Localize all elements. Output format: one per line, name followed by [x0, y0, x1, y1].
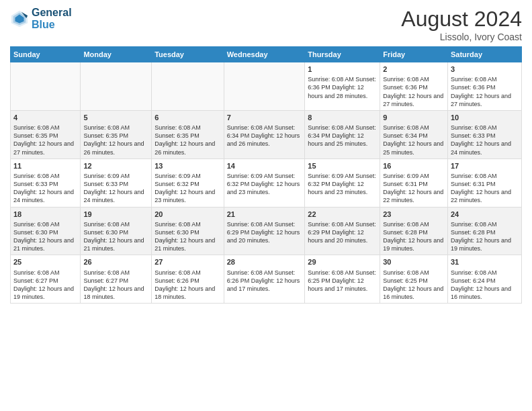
calendar-cell: 29Sunrise: 6:08 AM Sunset: 6:25 PM Dayli…: [305, 255, 380, 304]
calendar-cell: 18Sunrise: 6:08 AM Sunset: 6:30 PM Dayli…: [11, 207, 81, 255]
day-number: 27: [154, 257, 221, 267]
calendar-cell: 17Sunrise: 6:08 AM Sunset: 6:31 PM Dayli…: [447, 158, 521, 207]
cell-content: Sunrise: 6:08 AM Sunset: 6:36 PM Dayligh…: [451, 75, 519, 108]
cell-content: Sunrise: 6:08 AM Sunset: 6:26 PM Dayligh…: [154, 269, 221, 302]
day-number: 5: [83, 113, 148, 122]
day-number: 10: [451, 113, 519, 122]
day-number: 11: [13, 161, 77, 171]
cell-content: Sunrise: 6:09 AM Sunset: 6:33 PM Dayligh…: [83, 172, 148, 205]
day-number: 21: [227, 210, 302, 219]
day-number: 29: [308, 257, 377, 267]
day-number: 18: [13, 210, 77, 219]
day-number: 20: [154, 210, 221, 219]
cell-content: Sunrise: 6:08 AM Sunset: 6:29 PM Dayligh…: [227, 220, 302, 244]
calendar-cell: 28Sunrise: 6:08 AM Sunset: 6:26 PM Dayli…: [224, 255, 305, 304]
logo-text: General Blue: [32, 7, 72, 30]
day-number: 31: [451, 257, 519, 267]
day-number: 30: [383, 257, 445, 267]
cell-content: Sunrise: 6:08 AM Sunset: 6:27 PM Dayligh…: [83, 269, 148, 302]
week-row-4: 25Sunrise: 6:08 AM Sunset: 6:27 PM Dayli…: [11, 255, 522, 304]
week-row-1: 4Sunrise: 6:08 AM Sunset: 6:35 PM Daylig…: [11, 110, 522, 158]
calendar-cell: 20Sunrise: 6:08 AM Sunset: 6:30 PM Dayli…: [152, 207, 224, 255]
day-number: 13: [154, 161, 221, 171]
day-number: 3: [451, 64, 519, 74]
day-number: 19: [83, 210, 148, 219]
cell-content: Sunrise: 6:09 AM Sunset: 6:32 PM Dayligh…: [308, 172, 377, 196]
cell-content: Sunrise: 6:08 AM Sunset: 6:26 PM Dayligh…: [227, 269, 302, 293]
day-number: 24: [451, 210, 519, 219]
day-number: 7: [227, 113, 302, 122]
calendar-cell: 8Sunrise: 6:08 AM Sunset: 6:34 PM Daylig…: [305, 110, 380, 158]
day-number: 1: [308, 64, 377, 74]
calendar-cell: 7Sunrise: 6:08 AM Sunset: 6:34 PM Daylig…: [224, 110, 305, 158]
cell-content: Sunrise: 6:08 AM Sunset: 6:30 PM Dayligh…: [154, 220, 221, 253]
day-number: 17: [451, 161, 519, 171]
day-number: 15: [308, 161, 377, 171]
col-friday: Friday: [380, 47, 448, 62]
day-number: 6: [154, 113, 221, 122]
cell-content: Sunrise: 6:08 AM Sunset: 6:35 PM Dayligh…: [154, 124, 221, 156]
day-number: 9: [383, 113, 445, 122]
day-number: 23: [383, 210, 445, 219]
calendar-cell: 25Sunrise: 6:08 AM Sunset: 6:27 PM Dayli…: [11, 255, 81, 304]
cell-content: Sunrise: 6:08 AM Sunset: 6:29 PM Dayligh…: [308, 220, 377, 244]
cell-content: Sunrise: 6:08 AM Sunset: 6:28 PM Dayligh…: [383, 220, 445, 253]
calendar-cell: [81, 62, 152, 111]
day-number: 28: [227, 257, 302, 267]
day-number: 22: [308, 210, 377, 219]
calendar-cell: 19Sunrise: 6:08 AM Sunset: 6:30 PM Dayli…: [81, 207, 152, 255]
week-row-3: 18Sunrise: 6:08 AM Sunset: 6:30 PM Dayli…: [11, 207, 522, 255]
logo-icon: [10, 9, 29, 28]
calendar-cell: 26Sunrise: 6:08 AM Sunset: 6:27 PM Dayli…: [81, 255, 152, 304]
calendar-cell: 21Sunrise: 6:08 AM Sunset: 6:29 PM Dayli…: [224, 207, 305, 255]
calendar-cell: [224, 62, 305, 111]
header-row: Sunday Monday Tuesday Wednesday Thursday…: [11, 47, 522, 62]
calendar-cell: 16Sunrise: 6:09 AM Sunset: 6:31 PM Dayli…: [380, 158, 448, 207]
calendar-cell: 15Sunrise: 6:09 AM Sunset: 6:32 PM Dayli…: [305, 158, 380, 207]
col-saturday: Saturday: [447, 47, 521, 62]
calendar-cell: 12Sunrise: 6:09 AM Sunset: 6:33 PM Dayli…: [81, 158, 152, 207]
cell-content: Sunrise: 6:08 AM Sunset: 6:33 PM Dayligh…: [13, 172, 77, 205]
cell-content: Sunrise: 6:09 AM Sunset: 6:32 PM Dayligh…: [227, 172, 302, 196]
cell-content: Sunrise: 6:08 AM Sunset: 6:31 PM Dayligh…: [451, 172, 519, 205]
cell-content: Sunrise: 6:08 AM Sunset: 6:24 PM Dayligh…: [451, 269, 519, 302]
cell-content: Sunrise: 6:09 AM Sunset: 6:32 PM Dayligh…: [154, 172, 221, 205]
cell-content: Sunrise: 6:08 AM Sunset: 6:35 PM Dayligh…: [83, 124, 148, 156]
day-number: 14: [227, 161, 302, 171]
calendar-cell: 6Sunrise: 6:08 AM Sunset: 6:35 PM Daylig…: [152, 110, 224, 158]
cell-content: Sunrise: 6:08 AM Sunset: 6:30 PM Dayligh…: [13, 220, 77, 253]
week-row-2: 11Sunrise: 6:08 AM Sunset: 6:33 PM Dayli…: [11, 158, 522, 207]
calendar-cell: 27Sunrise: 6:08 AM Sunset: 6:26 PM Dayli…: [152, 255, 224, 304]
cell-content: Sunrise: 6:08 AM Sunset: 6:30 PM Dayligh…: [83, 220, 148, 253]
col-sunday: Sunday: [11, 47, 81, 62]
day-number: 25: [13, 257, 77, 267]
calendar-cell: 22Sunrise: 6:08 AM Sunset: 6:29 PM Dayli…: [305, 207, 380, 255]
cell-content: Sunrise: 6:08 AM Sunset: 6:34 PM Dayligh…: [227, 124, 302, 148]
calendar-cell: [11, 62, 81, 111]
subtitle: Lissolo, Ivory Coast: [401, 32, 522, 42]
cell-content: Sunrise: 6:08 AM Sunset: 6:36 PM Dayligh…: [308, 75, 377, 99]
cell-content: Sunrise: 6:08 AM Sunset: 6:27 PM Dayligh…: [13, 269, 77, 302]
day-number: 26: [83, 257, 148, 267]
calendar-cell: 5Sunrise: 6:08 AM Sunset: 6:35 PM Daylig…: [81, 110, 152, 158]
col-tuesday: Tuesday: [152, 47, 224, 62]
logo: General Blue: [10, 7, 72, 30]
day-number: 12: [83, 161, 148, 171]
cell-content: Sunrise: 6:08 AM Sunset: 6:25 PM Dayligh…: [383, 269, 445, 302]
calendar-cell: 13Sunrise: 6:09 AM Sunset: 6:32 PM Dayli…: [152, 158, 224, 207]
calendar-cell: 23Sunrise: 6:08 AM Sunset: 6:28 PM Dayli…: [380, 207, 448, 255]
day-number: 2: [383, 64, 445, 74]
calendar-cell: 4Sunrise: 6:08 AM Sunset: 6:35 PM Daylig…: [11, 110, 81, 158]
week-row-0: 1Sunrise: 6:08 AM Sunset: 6:36 PM Daylig…: [11, 62, 522, 111]
col-thursday: Thursday: [305, 47, 380, 62]
header: General Blue August 2024 Lissolo, Ivory …: [10, 7, 522, 42]
calendar-cell: [152, 62, 224, 111]
day-number: 4: [13, 113, 77, 122]
cell-content: Sunrise: 6:08 AM Sunset: 6:28 PM Dayligh…: [451, 220, 519, 253]
cell-content: Sunrise: 6:08 AM Sunset: 6:36 PM Dayligh…: [383, 75, 445, 108]
cell-content: Sunrise: 6:08 AM Sunset: 6:33 PM Dayligh…: [451, 124, 519, 156]
col-wednesday: Wednesday: [224, 47, 305, 62]
cell-content: Sunrise: 6:08 AM Sunset: 6:25 PM Dayligh…: [308, 269, 377, 293]
cell-content: Sunrise: 6:08 AM Sunset: 6:34 PM Dayligh…: [308, 124, 377, 148]
col-monday: Monday: [81, 47, 152, 62]
